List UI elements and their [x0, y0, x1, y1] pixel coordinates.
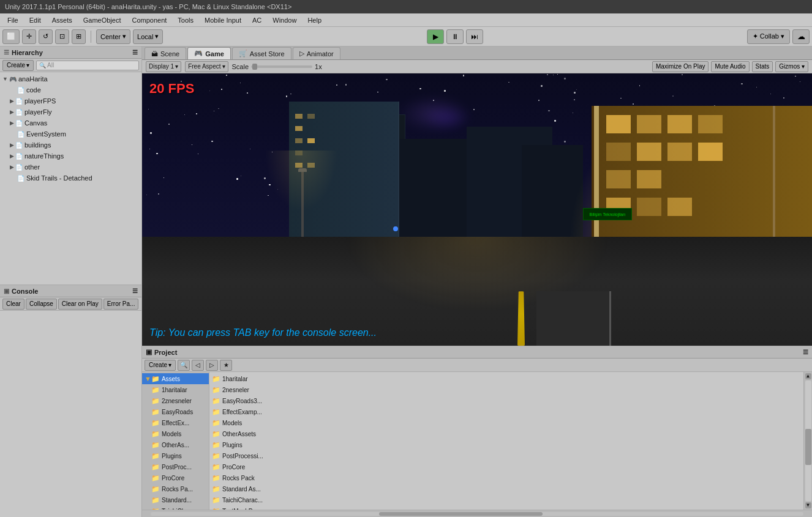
- rect-tool-button[interactable]: ⊞: [72, 29, 86, 44]
- hierarchy-menu-icon[interactable]: ☰: [132, 49, 138, 56]
- menu-gameobject[interactable]: GameObject: [78, 15, 126, 25]
- hierarchy-item-eventsystem[interactable]: 📄 EventSystem: [0, 128, 141, 139]
- hierarchy-item-skidtrails[interactable]: 📄 Skid Trails - Detached: [0, 173, 141, 184]
- curb-line: [609, 291, 611, 346]
- project-file-4[interactable]: 📁 Models: [209, 417, 803, 428]
- project-left-item-9[interactable]: 📁 Rocks Pa...: [142, 483, 209, 494]
- step-button[interactable]: ⏭: [466, 29, 483, 44]
- project-hscroll-track[interactable]: [151, 512, 803, 516]
- console-menu-icon[interactable]: ☰: [132, 288, 138, 294]
- project-create-button[interactable]: Create ▾: [145, 360, 176, 371]
- project-file-1[interactable]: 📁 2nesneler: [209, 384, 803, 395]
- green-sign: Bilişim Teknolojiları: [583, 208, 632, 220]
- game-icon: 🎮: [194, 50, 203, 58]
- menu-assets[interactable]: Assets: [47, 15, 77, 25]
- collab-button[interactable]: ✦ Collab ▾: [747, 29, 790, 44]
- hierarchy-content: ▼ 🎮 anaHarita 📄 code ▶ 📄 playerFPS: [0, 72, 141, 285]
- maximize-on-play-button[interactable]: Maximize On Play: [652, 61, 709, 72]
- cloud-button[interactable]: ☁: [792, 29, 810, 44]
- console-title: Console: [12, 288, 38, 295]
- project-file-2[interactable]: 📁 EasyRoads3...: [209, 395, 803, 406]
- menu-edit[interactable]: Edit: [24, 15, 46, 25]
- project-hscrollbar[interactable]: [142, 510, 812, 517]
- hand-tool-button[interactable]: ⬜: [2, 29, 20, 44]
- menu-component[interactable]: Component: [127, 15, 171, 25]
- console-header: ▣ Console ☰: [0, 285, 141, 297]
- project-back-button[interactable]: ◁: [192, 360, 204, 371]
- project-left-item-8[interactable]: 📁 ProCore: [142, 472, 209, 483]
- hierarchy-item-code[interactable]: 📄 code: [0, 84, 141, 95]
- scale-slider[interactable]: [251, 65, 312, 68]
- project-left-item-3[interactable]: 📁 EffectEx...: [142, 417, 209, 428]
- project-hscroll-thumb[interactable]: [379, 512, 543, 516]
- menu-tools[interactable]: Tools: [173, 15, 198, 25]
- project-file-8[interactable]: 📁 ProCore: [209, 461, 803, 472]
- project-search-button[interactable]: 🔍: [178, 360, 190, 371]
- scroll-thumb[interactable]: [805, 429, 811, 465]
- tab-game[interactable]: 🎮 Game: [187, 47, 231, 59]
- console-error-pause-button[interactable]: Error Pa...: [103, 299, 139, 310]
- play-button[interactable]: ▶: [427, 29, 444, 44]
- project-left-item-6[interactable]: 📁 Plugins: [142, 450, 209, 461]
- stats-button[interactable]: Stats: [752, 61, 773, 72]
- hierarchy-item-buildings[interactable]: ▶ 📄 buildings: [0, 139, 141, 151]
- coord-button[interactable]: Local ▾: [133, 29, 163, 44]
- project-left-item-0[interactable]: 📁 1haritalar: [142, 384, 209, 395]
- hierarchy-item-other[interactable]: ▶ 📄 other: [0, 162, 141, 173]
- gizmos-button[interactable]: Gizmos ▾: [775, 61, 808, 72]
- project-left-item-1[interactable]: 📁 2znesneler: [142, 395, 209, 406]
- project-left-item-2[interactable]: 📁 EasyRoads: [142, 406, 209, 417]
- menu-window[interactable]: Window: [268, 15, 301, 25]
- project-forward-button[interactable]: ▷: [206, 360, 218, 371]
- project-star-button[interactable]: ★: [220, 360, 232, 371]
- scroll-down-arrow[interactable]: ▼: [805, 502, 811, 508]
- project-file-0[interactable]: 📁 1haritalar: [209, 373, 803, 384]
- tab-asset-store[interactable]: 🛒 Asset Store: [232, 47, 291, 59]
- project-file-5[interactable]: 📁 OtherAssets: [209, 428, 803, 439]
- pause-button[interactable]: ⏸: [446, 29, 464, 44]
- project-left-item-10[interactable]: 📁 Standard...: [142, 494, 209, 505]
- menu-help[interactable]: Help: [303, 15, 326, 25]
- mute-audio-button[interactable]: Mute Audio: [711, 61, 749, 72]
- project-file-12[interactable]: 📁 TextMeshPro: [209, 505, 803, 510]
- hierarchy-item-canvas[interactable]: ▶ 📄 Canvas: [0, 117, 141, 128]
- tab-scene[interactable]: 🏔 Scene: [145, 47, 186, 59]
- display-select[interactable]: Display 1 ▾: [146, 61, 181, 72]
- menu-ac[interactable]: AC: [247, 15, 266, 25]
- move-tool-button[interactable]: ✛: [22, 29, 36, 44]
- console-clear-on-play-button[interactable]: Clear on Play: [58, 299, 102, 310]
- hierarchy-item-playerfps[interactable]: ▶ 📄 playerFPS: [0, 95, 141, 106]
- project-file-9[interactable]: 📁 Rocks Pack: [209, 472, 803, 483]
- pivot-button[interactable]: Center ▾: [96, 29, 130, 44]
- project-panel: ▣ Project ☰ Create ▾ 🔍 ◁ ▷ ★ ▼📁 Assets: [142, 346, 812, 517]
- project-file-7[interactable]: 📁 PostProcessi...: [209, 450, 803, 461]
- project-title: Project: [154, 349, 177, 356]
- project-menu-icon[interactable]: ☰: [803, 349, 808, 355]
- rotate-tool-button[interactable]: ↺: [39, 29, 53, 44]
- project-file-6[interactable]: 📁 Plugins: [209, 439, 803, 450]
- hierarchy-create-button[interactable]: Create ▾: [2, 60, 34, 71]
- project-toolbar: Create ▾ 🔍 ◁ ▷ ★: [142, 359, 812, 372]
- hierarchy-item-naturethings[interactable]: ▶ 📄 natureThings: [0, 151, 141, 162]
- menu-file[interactable]: File: [2, 15, 23, 25]
- project-scrollbar[interactable]: ▲ ▼: [803, 372, 812, 510]
- scroll-up-arrow[interactable]: ▲: [805, 373, 811, 379]
- project-file-11[interactable]: 📁 TaichiCharac...: [209, 494, 803, 505]
- menu-mobile-input[interactable]: Mobile Input: [200, 15, 246, 25]
- project-file-3[interactable]: 📁 EffectExamp...: [209, 406, 803, 417]
- hierarchy-item-anaharita[interactable]: ▼ 🎮 anaHarita: [0, 73, 141, 84]
- console-collapse-button[interactable]: Collapse: [26, 299, 57, 310]
- scale-tool-button[interactable]: ⊡: [55, 29, 69, 44]
- console-clear-button[interactable]: Clear: [2, 299, 24, 310]
- scroll-track[interactable]: [805, 381, 811, 501]
- hierarchy-search[interactable]: 🔍 All: [36, 61, 139, 70]
- project-left-item-5[interactable]: 📁 OtherAs...: [142, 439, 209, 450]
- project-left-item-7[interactable]: 📁 PostProc...: [142, 461, 209, 472]
- project-assets-root[interactable]: ▼📁 Assets: [142, 373, 209, 384]
- tab-animator[interactable]: ▷ Animator: [293, 47, 340, 59]
- aspect-select[interactable]: Free Aspect ▾: [185, 61, 228, 72]
- project-file-10[interactable]: 📁 Standard As...: [209, 483, 803, 494]
- project-left-item-11[interactable]: 📁 TaichiCh...: [142, 505, 209, 510]
- hierarchy-item-playerfly[interactable]: ▶ 📄 playerFly: [0, 106, 141, 117]
- project-left-item-4[interactable]: 📁 Models: [142, 428, 209, 439]
